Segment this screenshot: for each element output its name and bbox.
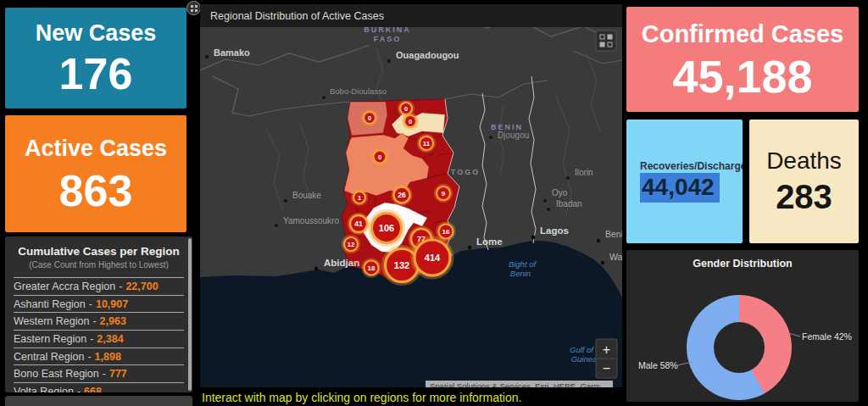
table-row: Western Region-2,963 bbox=[14, 313, 184, 331]
active-cases-panel: Active Cases 863 bbox=[5, 115, 186, 232]
table-row: Ashanti Region-10,907 bbox=[14, 296, 184, 314]
confirmed-cases-panel: Confirmed Cases 45,188 bbox=[626, 7, 859, 112]
svg-text:106: 106 bbox=[379, 223, 394, 233]
deaths-value: 283 bbox=[776, 178, 832, 216]
recoveries-label: Recoveries/Discharge bbox=[640, 160, 743, 172]
new-cases-value: 176 bbox=[59, 52, 133, 96]
gender-donut[interactable] bbox=[687, 295, 792, 400]
case-bubble[interactable]: 0 bbox=[403, 114, 417, 128]
svg-text:132: 132 bbox=[394, 260, 409, 270]
svg-text:Benin: Benin bbox=[510, 269, 531, 278]
female-slice-label: Female 42% bbox=[802, 331, 852, 342]
map-attribution: Spatial Solutions & Services, Esri, HERE… bbox=[426, 381, 613, 387]
region-name: Volta Region bbox=[14, 386, 74, 392]
city-label: Ibadan bbox=[556, 199, 582, 209]
region-value: 22,700 bbox=[125, 281, 158, 292]
case-bubble[interactable]: 414 bbox=[413, 238, 453, 278]
case-bubble[interactable]: 41 bbox=[348, 214, 368, 233]
region-list-panel: Cumulative Cases per Region (Case Count … bbox=[5, 236, 192, 392]
confirmed-cases-label: Confirmed Cases bbox=[642, 20, 844, 48]
deaths-label: Deaths bbox=[766, 147, 842, 175]
burkina-label2: FASO bbox=[374, 35, 402, 43]
case-bubble[interactable]: 12 bbox=[342, 236, 359, 252]
recoveries-value: 44,042 bbox=[640, 173, 720, 203]
togo-label: TOGO bbox=[451, 168, 480, 176]
svg-text:11: 11 bbox=[423, 140, 431, 147]
svg-text:26: 26 bbox=[398, 191, 406, 199]
zoom-controls: + − bbox=[596, 339, 617, 378]
gulf-of-guinea-label: Gulf of bbox=[570, 345, 594, 354]
region-name: Bono East Region bbox=[14, 368, 99, 380]
case-bubble[interactable]: 18 bbox=[363, 259, 380, 276]
separator: - bbox=[77, 386, 81, 392]
region-name: Central Region bbox=[14, 351, 84, 363]
widget-menu-button[interactable] bbox=[186, 1, 201, 15]
gender-donut-hole bbox=[714, 322, 765, 373]
region-list-scrollbar[interactable] bbox=[188, 238, 192, 391]
case-bubble[interactable]: 1 bbox=[352, 190, 366, 204]
city-label: Benin bbox=[605, 229, 622, 239]
city-label: Bobo-Dioulasso bbox=[330, 86, 387, 96]
case-bubble[interactable]: 0 bbox=[372, 149, 387, 164]
svg-text:1: 1 bbox=[358, 194, 361, 202]
bight-of-benin-label: Bight of bbox=[509, 259, 537, 269]
city-label: Warri bbox=[609, 252, 622, 262]
region-value: 668 bbox=[84, 386, 102, 392]
case-bubble[interactable]: 11 bbox=[418, 135, 434, 151]
svg-text:0: 0 bbox=[409, 118, 412, 125]
city-label: Yamoussoukro bbox=[283, 216, 339, 225]
recoveries-panel: Recoveries/Discharge 44,042 bbox=[626, 120, 743, 243]
svg-text:16: 16 bbox=[442, 228, 450, 236]
case-bubble[interactable]: 26 bbox=[392, 186, 411, 204]
svg-text:9: 9 bbox=[442, 190, 446, 197]
ghana-region-north-east[interactable] bbox=[392, 113, 445, 136]
gender-chart-title: Gender Distribution bbox=[626, 258, 859, 270]
separator: - bbox=[119, 281, 122, 292]
city-label: Lome bbox=[476, 236, 503, 247]
region-name: Eastern Region bbox=[14, 333, 86, 345]
case-bubble[interactable]: 0 bbox=[362, 110, 376, 125]
case-bubble[interactable]: 106 bbox=[370, 211, 403, 245]
table-row: Volta Region-668 bbox=[14, 383, 184, 392]
svg-text:0: 0 bbox=[378, 153, 381, 161]
table-row: Bono East Region-777 bbox=[14, 365, 184, 383]
gender-distribution-panel: Gender Distribution Female 42% Male 58% bbox=[626, 250, 859, 402]
region-name: Western Region bbox=[14, 315, 89, 327]
map-footer-note: Interact with map by clicking on regions… bbox=[202, 391, 622, 404]
map-panel[interactable]: BURKINA FASO BENIN TOGO Bamako Ouagadoug… bbox=[200, 4, 622, 387]
separator: - bbox=[87, 351, 91, 363]
svg-text:414: 414 bbox=[425, 253, 441, 263]
table-row: Greater Accra Region-22,700 bbox=[14, 278, 184, 296]
region-value: 2,384 bbox=[97, 333, 123, 345]
separator: - bbox=[103, 368, 106, 380]
region-name: Ashanti Region bbox=[14, 298, 86, 310]
region-value: 10,907 bbox=[96, 298, 128, 310]
region-value: 1,898 bbox=[95, 351, 121, 363]
region-name: Greater Accra Region bbox=[14, 281, 115, 292]
region-list-subtitle: (Case Count from Highest to Lowest) bbox=[5, 260, 192, 270]
confirmed-cases-value: 45,188 bbox=[672, 53, 812, 99]
city-label: Ouagadougou bbox=[396, 50, 459, 60]
active-cases-value: 863 bbox=[59, 169, 133, 213]
active-cases-label: Active Cases bbox=[25, 136, 167, 162]
case-bubble[interactable]: 16 bbox=[437, 223, 454, 240]
dashboard: New Cases 176 Active Cases 863 Cumulativ… bbox=[0, 0, 868, 406]
svg-text:41: 41 bbox=[354, 220, 363, 228]
city-label: Djougou bbox=[498, 131, 529, 140]
widget-dots-icon bbox=[191, 5, 193, 8]
city-label: Abidjan bbox=[324, 258, 359, 268]
city-label: Ilorin bbox=[575, 168, 593, 177]
svg-text:12: 12 bbox=[348, 241, 355, 248]
table-row: Central Region-1,898 bbox=[14, 348, 184, 366]
basemap-toggle-button[interactable] bbox=[596, 31, 616, 51]
zoom-in-button[interactable]: + bbox=[603, 342, 610, 357]
map-canvas[interactable]: BURKINA FASO BENIN TOGO Bamako Ouagadoug… bbox=[200, 4, 622, 387]
region-value: 2,963 bbox=[100, 315, 126, 327]
next-panel-edge bbox=[5, 396, 192, 406]
case-bubble[interactable]: 9 bbox=[435, 185, 451, 201]
new-cases-label: New Cases bbox=[36, 20, 157, 47]
zoom-out-button[interactable]: − bbox=[603, 361, 610, 375]
separator: - bbox=[90, 333, 93, 345]
new-cases-panel: New Cases 176 bbox=[5, 8, 186, 108]
svg-text:18: 18 bbox=[368, 264, 376, 272]
